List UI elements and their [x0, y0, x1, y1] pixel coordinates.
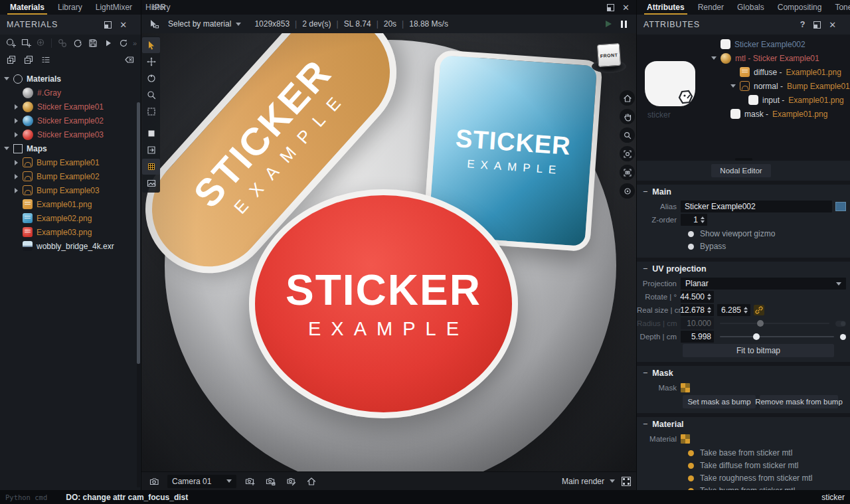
marquee-select-icon[interactable] — [142, 104, 160, 120]
clear-filter-icon[interactable] — [122, 53, 137, 66]
depth-slider[interactable] — [720, 336, 834, 337]
save-camera-icon[interactable] — [263, 475, 278, 488]
projection-dropdown[interactable]: Planar — [681, 278, 846, 290]
denoise-grid-icon[interactable] — [142, 159, 160, 175]
node-diffuse[interactable]: diffuse - Example01.png — [637, 65, 850, 79]
tab-library[interactable]: Library — [52, 0, 88, 15]
node-input[interactable]: input - Example01.png — [637, 93, 850, 107]
save-icon[interactable] — [87, 37, 100, 50]
select-tool-icon[interactable] — [142, 37, 160, 53]
resume-render-icon[interactable] — [606, 21, 612, 27]
dock-icon[interactable] — [813, 21, 821, 29]
close-icon[interactable]: ✕ — [622, 3, 630, 12]
load-material-icon[interactable] — [71, 37, 84, 50]
tab-globals[interactable]: Globals — [731, 0, 770, 15]
render-play-icon[interactable] — [102, 37, 115, 50]
refresh-icon[interactable] — [118, 37, 130, 50]
dock-icon[interactable] — [104, 21, 112, 29]
set-mask-as-bump-button[interactable]: Set mask as bump — [683, 395, 756, 408]
link-aspect-icon[interactable] — [754, 305, 764, 315]
take-base-toggle[interactable]: Take base from sticker mtl — [688, 448, 850, 458]
node-mtl[interactable]: mtl - Sticker Example01 — [637, 51, 850, 65]
home-view-icon[interactable] — [620, 90, 635, 106]
zorder-spinner[interactable]: 1 — [681, 214, 707, 226]
fit-to-bitmap-button[interactable]: Fit to bitmap — [683, 344, 834, 357]
list-view-icon[interactable] — [39, 53, 53, 66]
help-icon[interactable]: ? — [800, 20, 806, 29]
tab-compositing[interactable]: Compositing — [772, 0, 828, 15]
frame-object-icon[interactable] — [620, 146, 635, 161]
new-map-icon[interactable] — [19, 37, 32, 50]
node-normal[interactable]: normal - Bump Example01 — [637, 79, 850, 93]
tree-item-hdri[interactable]: wobbly_bridge_4k.exr — [0, 239, 141, 253]
depth-end-handle[interactable] — [840, 334, 846, 340]
section-material-header[interactable]: Material — [637, 417, 850, 432]
duplicate-plus-icon[interactable] — [4, 53, 19, 66]
tree-item-example03[interactable]: Example03.png — [0, 225, 141, 239]
realsize-width-spinner[interactable]: 12.678 — [681, 304, 714, 316]
take-roughness-toggle[interactable]: Take roughness from sticker mtl — [688, 473, 850, 483]
section-uv-header[interactable]: UV projection — [637, 262, 850, 276]
home-camera-icon[interactable] — [304, 475, 319, 488]
tree-item-example02[interactable]: Example02.png — [0, 211, 141, 225]
tree-item-sticker03[interactable]: Sticker Example03 — [0, 127, 141, 141]
section-main-header[interactable]: Main — [637, 185, 850, 199]
bypass-toggle[interactable]: Bypass — [688, 242, 850, 251]
color-swatch[interactable] — [835, 202, 846, 211]
pause-render-icon[interactable] — [621, 21, 627, 28]
camera-lock-icon[interactable] — [147, 475, 161, 488]
dock-icon[interactable] — [607, 4, 614, 11]
close-icon[interactable]: ✕ — [829, 21, 837, 29]
tree-item-bump02[interactable]: Bump Example02 — [0, 169, 141, 183]
new-material-icon[interactable] — [4, 37, 17, 50]
tab-materials[interactable]: Materials — [4, 0, 50, 15]
realsize-height-spinner[interactable]: 6.285 — [717, 304, 750, 316]
python-cmd-label[interactable]: Python cmd — [5, 493, 47, 501]
orbit-center-icon[interactable] — [620, 183, 635, 199]
nodal-editor-button[interactable]: Nodal Editor — [711, 164, 771, 177]
material-slot-icon[interactable] — [681, 434, 690, 444]
section-mask-header[interactable]: Mask — [637, 366, 850, 380]
toolbar-overflow-icon[interactable]: » — [133, 39, 137, 47]
tab-render[interactable]: Render — [692, 0, 730, 15]
node-mask[interactable]: mask - Example01.png — [637, 107, 850, 121]
zoom-region-icon[interactable] — [142, 87, 160, 103]
save-image-icon[interactable] — [142, 175, 160, 191]
tree-item-example01[interactable]: Example01.png — [0, 197, 141, 211]
add-camera-icon[interactable] — [242, 475, 257, 488]
select-mode-dropdown[interactable]: Select by material — [165, 19, 244, 29]
node-sticker002[interactable]: Sticker Example002 — [637, 37, 850, 51]
alias-input[interactable]: Sticker Example002 — [681, 201, 832, 212]
gizmo-toggle[interactable]: Show viewport gizmo — [688, 229, 850, 238]
zoom-icon[interactable] — [620, 127, 635, 143]
pan-hand-icon[interactable] — [620, 109, 635, 124]
depth-spinner[interactable]: 5.998 — [681, 331, 714, 343]
tree-group-materials[interactable]: Materials — [0, 72, 141, 86]
add-instance-icon[interactable] — [35, 37, 47, 50]
tree-group-maps[interactable]: Maps — [0, 141, 141, 155]
camera-select[interactable]: Camera 01 — [167, 475, 236, 488]
tab-lightmixer[interactable]: LightMixer — [90, 0, 138, 15]
navigation-cube[interactable]: FRONT — [590, 42, 628, 77]
fullscreen-icon[interactable] — [622, 477, 631, 486]
tree-item-sticker01[interactable]: Sticker Example01 — [0, 100, 141, 114]
move-tool-icon[interactable] — [142, 54, 160, 70]
render-target-select[interactable]: Main render — [562, 477, 615, 486]
tree-item-bump01[interactable]: Bump Example01 — [0, 155, 141, 169]
edit-camera-icon[interactable] — [284, 475, 298, 488]
render-viewport[interactable]: STICKER EXAMPLE STICKER EXAMPLE STICKER … — [141, 33, 636, 471]
tab-attributes[interactable]: Attributes — [641, 0, 691, 15]
tree-item-bump03[interactable]: Bump Example03 — [0, 183, 141, 197]
orbit-tool-icon[interactable] — [142, 70, 160, 86]
rotate-spinner[interactable]: 44.500 — [681, 291, 714, 303]
link-settings-icon[interactable] — [56, 37, 68, 50]
take-diffuse-toggle[interactable]: Take diffuse from sticker mtl — [688, 461, 850, 470]
tree-item-gray[interactable]: #.Gray — [0, 86, 141, 100]
pick-focus-icon[interactable] — [142, 142, 160, 158]
tab-history[interactable]: History — [139, 0, 176, 15]
materials-scrollbar[interactable] — [137, 102, 140, 487]
close-icon[interactable]: ✕ — [120, 21, 128, 29]
tab-tonemap[interactable]: Tonemap — [829, 0, 850, 15]
remove-mask-from-bump-button[interactable]: Remove mask from bump — [760, 395, 838, 408]
mask-slot-icon[interactable] — [681, 383, 690, 392]
